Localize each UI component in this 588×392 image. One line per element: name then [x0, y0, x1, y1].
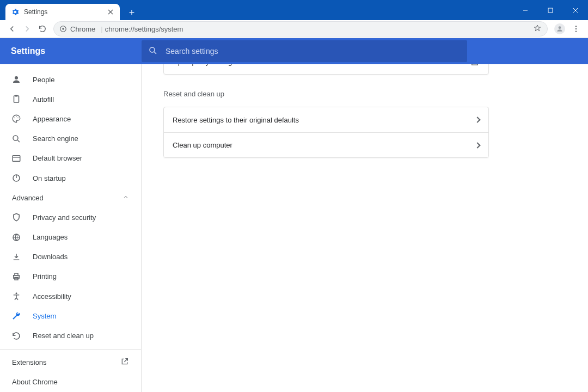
sidebar-item-people[interactable]: People [0, 70, 141, 89]
sidebar-extensions-label: Extensions [12, 358, 47, 366]
svg-point-13 [17, 118, 19, 119]
svg-point-3 [559, 26, 561, 29]
browser-menu-button[interactable] [568, 21, 584, 36]
sidebar-about[interactable]: About Chrome [0, 372, 141, 392]
search-icon [148, 46, 158, 57]
sidebar-item-label: System [33, 312, 56, 320]
sidebar-about-label: About Chrome [12, 378, 58, 386]
settings-sidebar: People Autofill Appearance Search engine… [0, 64, 142, 392]
svg-rect-19 [15, 273, 18, 275]
sidebar-item-search-engine[interactable]: Search engine [0, 129, 141, 149]
sidebar-item-accessibility[interactable]: Accessibility [0, 286, 141, 306]
sidebar-advanced-toggle[interactable]: Advanced [0, 188, 141, 207]
svg-point-6 [575, 30, 577, 32]
reset-section-title: Reset and clean up [163, 90, 489, 98]
tab-title: Settings [24, 8, 107, 16]
window-titlebar: Settings + [0, 0, 588, 20]
sidebar-item-label: Languages [33, 233, 68, 241]
sidebar-divider [0, 349, 141, 350]
settings-search[interactable] [142, 40, 467, 62]
site-info[interactable]: Chrome | [59, 25, 105, 33]
system-card: Continue running background apps when Go… [163, 64, 489, 75]
forward-button[interactable] [20, 21, 35, 36]
chevron-right-icon [475, 118, 480, 122]
sidebar-item-languages[interactable]: Languages [0, 228, 141, 247]
url-text: chrome://settings/system [105, 25, 183, 33]
row-restore-defaults[interactable]: Restore settings to their original defau… [164, 107, 488, 132]
settings-scroll[interactable]: System Continue running background apps … [142, 64, 588, 392]
chrome-page-icon [59, 25, 67, 33]
settings-body: People Autofill Appearance Search engine… [0, 64, 588, 392]
shield-icon [11, 212, 22, 222]
profile-avatar[interactable] [554, 23, 565, 34]
tab-close-icon[interactable] [107, 8, 114, 16]
download-icon [11, 252, 22, 262]
sidebar-item-label: Reset and clean up [33, 332, 94, 340]
sidebar-item-appearance[interactable]: Appearance [0, 109, 141, 128]
settings-title: Settings [11, 46, 142, 56]
sidebar-item-label: Search engine [33, 134, 78, 143]
sidebar-item-label: Accessibility [33, 292, 71, 301]
wrench-icon [11, 311, 22, 321]
power-icon [11, 173, 22, 183]
sidebar-item-default-browser[interactable]: Default browser [0, 149, 141, 168]
svg-point-4 [575, 26, 577, 27]
svg-point-2 [62, 28, 64, 30]
window-controls [513, 0, 588, 20]
chevron-up-icon [122, 194, 129, 202]
svg-point-11 [14, 118, 15, 119]
row-label: Clean up computer [173, 141, 475, 149]
back-button[interactable] [4, 21, 20, 36]
reload-button[interactable] [35, 21, 50, 36]
row-cleanup-computer[interactable]: Clean up computer [164, 132, 488, 157]
svg-point-8 [15, 76, 18, 79]
row-open-proxy[interactable]: Open proxy settings [164, 64, 488, 74]
clipboard-icon [11, 94, 22, 104]
sidebar-extensions[interactable]: Extensions [0, 353, 141, 372]
svg-rect-0 [548, 8, 553, 13]
tab-strip: Settings + [0, 0, 513, 20]
sidebar-item-printing[interactable]: Printing [0, 267, 141, 286]
row-label: Restore settings to their original defau… [173, 116, 475, 124]
reset-icon [11, 331, 22, 341]
sidebar-item-privacy[interactable]: Privacy and security [0, 207, 141, 227]
svg-point-5 [575, 28, 577, 29]
sidebar-advanced-label: Advanced [12, 194, 44, 202]
browser-toolbar: Chrome | chrome://settings/system [0, 20, 588, 38]
sidebar-item-on-startup[interactable]: On startup [0, 168, 141, 188]
sidebar-item-label: Default browser [33, 154, 82, 162]
printer-icon [11, 272, 22, 281]
external-link-icon [470, 64, 480, 67]
external-link-icon [120, 357, 129, 367]
accessibility-icon [11, 291, 22, 301]
chevron-right-icon [475, 143, 480, 148]
bookmark-star-icon[interactable] [533, 24, 542, 34]
sidebar-item-label: Downloads [33, 253, 68, 261]
palette-icon [11, 114, 22, 124]
svg-point-12 [16, 117, 17, 118]
svg-point-21 [16, 292, 17, 294]
svg-point-7 [150, 47, 155, 52]
globe-icon [11, 232, 22, 242]
sidebar-item-system[interactable]: System [0, 306, 141, 326]
svg-rect-10 [15, 95, 18, 97]
sidebar-item-autofill[interactable]: Autofill [0, 89, 141, 109]
window-minimize-button[interactable] [513, 2, 538, 19]
sidebar-item-reset[interactable]: Reset and clean up [0, 326, 141, 345]
browser-icon [11, 154, 22, 163]
settings-search-input[interactable] [164, 46, 461, 56]
svg-point-14 [13, 136, 18, 140]
sidebar-item-label: On startup [33, 174, 66, 182]
settings-content: System Continue running background apps … [142, 64, 588, 392]
new-tab-button[interactable]: + [124, 5, 139, 20]
browser-tab[interactable]: Settings [5, 4, 120, 20]
sidebar-item-label: People [33, 76, 54, 84]
address-bar[interactable]: Chrome | chrome://settings/system [53, 21, 548, 36]
window-maximize-button[interactable] [538, 2, 563, 19]
person-icon [11, 75, 22, 84]
reset-card: Restore settings to their original defau… [163, 107, 489, 158]
sidebar-item-label: Privacy and security [33, 213, 96, 222]
settings-favicon-icon [11, 8, 20, 16]
window-close-button[interactable] [563, 2, 588, 19]
sidebar-item-downloads[interactable]: Downloads [0, 247, 141, 267]
